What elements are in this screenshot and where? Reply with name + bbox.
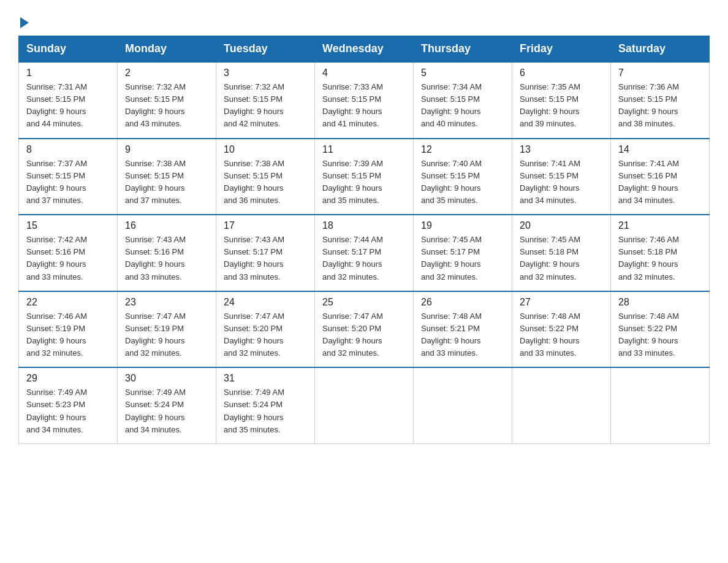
day-number: 11 [322, 144, 406, 155]
day-info: Sunrise: 7:38 AMSunset: 5:15 PMDaylight:… [224, 159, 284, 205]
calendar-table: SundayMondayTuesdayWednesdayThursdayFrid… [18, 36, 710, 444]
calendar-cell [611, 367, 710, 443]
column-header-tuesday: Tuesday [216, 36, 315, 63]
day-info: Sunrise: 7:43 AMSunset: 5:16 PMDaylight:… [125, 235, 186, 281]
day-number: 5 [421, 67, 504, 79]
day-info: Sunrise: 7:45 AMSunset: 5:18 PMDaylight:… [520, 235, 580, 281]
calendar-cell: 9 Sunrise: 7:38 AMSunset: 5:15 PMDayligh… [118, 139, 216, 215]
calendar-cell: 6 Sunrise: 7:35 AMSunset: 5:15 PMDayligh… [512, 62, 611, 139]
column-header-monday: Monday [118, 36, 216, 63]
day-number: 18 [322, 220, 406, 231]
calendar-cell: 26 Sunrise: 7:48 AMSunset: 5:21 PMDaylig… [414, 291, 512, 368]
day-number: 1 [26, 67, 110, 79]
column-header-wednesday: Wednesday [315, 36, 414, 63]
calendar-cell [512, 367, 611, 443]
calendar-cell: 22 Sunrise: 7:46 AMSunset: 5:19 PMDaylig… [19, 291, 118, 368]
calendar-cell: 2 Sunrise: 7:32 AMSunset: 5:15 PMDayligh… [118, 62, 216, 139]
calendar-cell: 20 Sunrise: 7:45 AMSunset: 5:18 PMDaylig… [512, 215, 611, 291]
day-info: Sunrise: 7:41 AMSunset: 5:15 PMDaylight:… [520, 159, 580, 205]
day-number: 12 [421, 144, 504, 155]
calendar-cell: 19 Sunrise: 7:45 AMSunset: 5:17 PMDaylig… [414, 215, 512, 291]
calendar-cell: 5 Sunrise: 7:34 AMSunset: 5:15 PMDayligh… [414, 62, 512, 139]
day-number: 22 [26, 297, 110, 308]
day-number: 2 [125, 67, 208, 79]
day-info: Sunrise: 7:46 AMSunset: 5:18 PMDaylight:… [618, 235, 679, 281]
calendar-cell: 1 Sunrise: 7:31 AMSunset: 5:15 PMDayligh… [19, 62, 118, 139]
day-number: 27 [520, 297, 603, 308]
day-number: 9 [125, 144, 208, 155]
day-info: Sunrise: 7:48 AMSunset: 5:21 PMDaylight:… [421, 312, 482, 358]
day-number: 26 [421, 297, 504, 308]
calendar-cell: 18 Sunrise: 7:44 AMSunset: 5:17 PMDaylig… [315, 215, 414, 291]
day-info: Sunrise: 7:40 AMSunset: 5:15 PMDaylight:… [421, 159, 482, 205]
calendar-cell: 29 Sunrise: 7:49 AMSunset: 5:23 PMDaylig… [19, 367, 118, 443]
day-info: Sunrise: 7:48 AMSunset: 5:22 PMDaylight:… [618, 312, 679, 358]
day-info: Sunrise: 7:47 AMSunset: 5:19 PMDaylight:… [125, 312, 186, 358]
day-info: Sunrise: 7:32 AMSunset: 5:15 PMDaylight:… [125, 82, 186, 128]
day-number: 20 [520, 220, 603, 231]
day-number: 19 [421, 220, 504, 231]
calendar-cell: 25 Sunrise: 7:47 AMSunset: 5:20 PMDaylig… [315, 291, 414, 368]
calendar-cell: 10 Sunrise: 7:38 AMSunset: 5:15 PMDaylig… [216, 139, 315, 215]
calendar-cell: 17 Sunrise: 7:43 AMSunset: 5:17 PMDaylig… [216, 215, 315, 291]
calendar-cell: 15 Sunrise: 7:42 AMSunset: 5:16 PMDaylig… [19, 215, 118, 291]
day-info: Sunrise: 7:32 AMSunset: 5:15 PMDaylight:… [224, 82, 284, 128]
calendar-cell [414, 367, 512, 443]
day-number: 10 [224, 144, 307, 155]
day-number: 23 [125, 297, 208, 308]
day-info: Sunrise: 7:43 AMSunset: 5:17 PMDaylight:… [224, 235, 284, 281]
calendar-cell: 3 Sunrise: 7:32 AMSunset: 5:15 PMDayligh… [216, 62, 315, 139]
logo-arrow-icon [20, 17, 29, 28]
calendar-cell: 23 Sunrise: 7:47 AMSunset: 5:19 PMDaylig… [118, 291, 216, 368]
day-info: Sunrise: 7:41 AMSunset: 5:16 PMDaylight:… [618, 159, 679, 205]
calendar-cell: 28 Sunrise: 7:48 AMSunset: 5:22 PMDaylig… [611, 291, 710, 368]
day-number: 30 [125, 373, 208, 384]
day-info: Sunrise: 7:35 AMSunset: 5:15 PMDaylight:… [520, 82, 580, 128]
calendar-week-row: 1 Sunrise: 7:31 AMSunset: 5:15 PMDayligh… [19, 62, 710, 139]
day-number: 7 [618, 67, 702, 79]
day-number: 16 [125, 220, 208, 231]
day-info: Sunrise: 7:45 AMSunset: 5:17 PMDaylight:… [421, 235, 482, 281]
calendar-week-row: 22 Sunrise: 7:46 AMSunset: 5:19 PMDaylig… [19, 291, 710, 368]
day-info: Sunrise: 7:38 AMSunset: 5:15 PMDaylight:… [125, 159, 186, 205]
day-info: Sunrise: 7:48 AMSunset: 5:22 PMDaylight:… [520, 312, 580, 358]
day-number: 13 [520, 144, 603, 155]
day-number: 14 [618, 144, 702, 155]
day-number: 21 [618, 220, 702, 231]
calendar-cell: 30 Sunrise: 7:49 AMSunset: 5:24 PMDaylig… [118, 367, 216, 443]
calendar-cell [315, 367, 414, 443]
day-info: Sunrise: 7:47 AMSunset: 5:20 PMDaylight:… [322, 312, 383, 358]
calendar-week-row: 15 Sunrise: 7:42 AMSunset: 5:16 PMDaylig… [19, 215, 710, 291]
day-number: 31 [224, 373, 307, 384]
day-info: Sunrise: 7:34 AMSunset: 5:15 PMDaylight:… [421, 82, 482, 128]
calendar-week-row: 8 Sunrise: 7:37 AMSunset: 5:15 PMDayligh… [19, 139, 710, 215]
calendar-header-row: SundayMondayTuesdayWednesdayThursdayFrid… [19, 36, 710, 63]
day-info: Sunrise: 7:31 AMSunset: 5:15 PMDaylight:… [26, 82, 87, 128]
column-header-sunday: Sunday [19, 36, 118, 63]
day-info: Sunrise: 7:33 AMSunset: 5:15 PMDaylight:… [322, 82, 383, 128]
calendar-cell: 31 Sunrise: 7:49 AMSunset: 5:24 PMDaylig… [216, 367, 315, 443]
calendar-cell: 27 Sunrise: 7:48 AMSunset: 5:22 PMDaylig… [512, 291, 611, 368]
day-info: Sunrise: 7:49 AMSunset: 5:23 PMDaylight:… [26, 388, 87, 434]
day-number: 4 [322, 67, 406, 79]
page-header [18, 12, 710, 25]
day-info: Sunrise: 7:46 AMSunset: 5:19 PMDaylight:… [26, 312, 87, 358]
day-number: 6 [520, 67, 603, 79]
calendar-cell: 11 Sunrise: 7:39 AMSunset: 5:15 PMDaylig… [315, 139, 414, 215]
column-header-saturday: Saturday [611, 36, 710, 63]
calendar-cell: 16 Sunrise: 7:43 AMSunset: 5:16 PMDaylig… [118, 215, 216, 291]
logo [18, 18, 29, 25]
calendar-week-row: 29 Sunrise: 7:49 AMSunset: 5:23 PMDaylig… [19, 367, 710, 443]
day-number: 29 [26, 373, 110, 384]
column-header-friday: Friday [512, 36, 611, 63]
day-info: Sunrise: 7:49 AMSunset: 5:24 PMDaylight:… [224, 388, 284, 434]
day-number: 17 [224, 220, 307, 231]
day-number: 15 [26, 220, 110, 231]
day-number: 25 [322, 297, 406, 308]
day-info: Sunrise: 7:44 AMSunset: 5:17 PMDaylight:… [322, 235, 383, 281]
day-info: Sunrise: 7:47 AMSunset: 5:20 PMDaylight:… [224, 312, 284, 358]
day-info: Sunrise: 7:39 AMSunset: 5:15 PMDaylight:… [322, 159, 383, 205]
calendar-cell: 24 Sunrise: 7:47 AMSunset: 5:20 PMDaylig… [216, 291, 315, 368]
calendar-cell: 8 Sunrise: 7:37 AMSunset: 5:15 PMDayligh… [19, 139, 118, 215]
calendar-cell: 13 Sunrise: 7:41 AMSunset: 5:15 PMDaylig… [512, 139, 611, 215]
